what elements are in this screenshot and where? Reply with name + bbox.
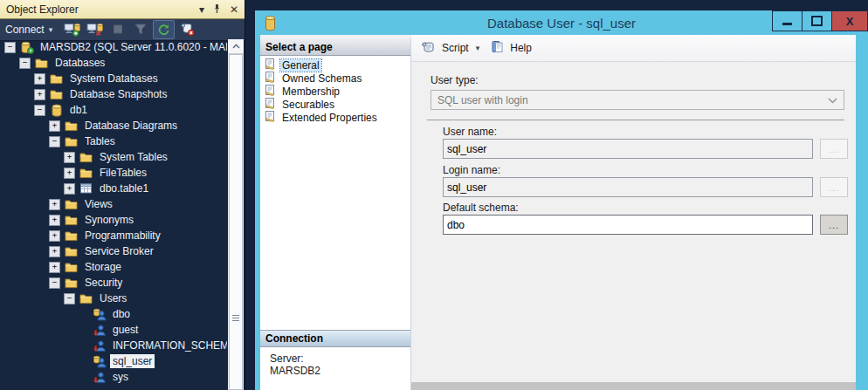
expand-expander-icon[interactable]: + bbox=[34, 89, 45, 100]
disconnect-database-button[interactable] bbox=[85, 20, 105, 38]
expand-expander-icon[interactable]: + bbox=[49, 199, 60, 210]
login-name-input[interactable] bbox=[443, 177, 813, 197]
script-chevron-icon[interactable]: ▾ bbox=[476, 44, 480, 52]
database-icon bbox=[264, 15, 277, 34]
tree-item-label: System Tables bbox=[97, 150, 170, 164]
collapse-expander-icon[interactable]: − bbox=[64, 293, 75, 304]
minimize-button[interactable] bbox=[772, 10, 802, 31]
tree-item-tables[interactable]: −Tables bbox=[1, 133, 227, 149]
expand-expander-icon[interactable]: + bbox=[34, 73, 45, 85]
object-explorer-toolbar-buttons bbox=[62, 20, 197, 39]
tree-item-system-databases[interactable]: +System Databases bbox=[1, 71, 227, 86]
close-panel-icon[interactable]: ✕ bbox=[230, 4, 238, 15]
select-a-page-header: Select a page bbox=[260, 38, 410, 56]
tree-item-filetables[interactable]: +FileTables bbox=[1, 165, 227, 181]
tree-item-label: guest bbox=[110, 323, 141, 337]
user-name-input[interactable] bbox=[443, 139, 813, 159]
script-button[interactable]: Script bbox=[442, 42, 469, 54]
tree-item-synonyms[interactable]: +Synonyms bbox=[1, 212, 227, 228]
expand-expander-icon[interactable]: + bbox=[49, 246, 60, 257]
default-schema-input[interactable] bbox=[443, 215, 813, 235]
dialog-titlebar[interactable]: Database User - sql_user X bbox=[255, 10, 868, 35]
connect-chevron-icon[interactable]: ▾ bbox=[49, 25, 53, 34]
select-a-page-list: GeneralOwned SchemasMembershipSecurables… bbox=[260, 56, 410, 124]
connect-database-button[interactable] bbox=[62, 20, 82, 38]
collapse-expander-icon[interactable]: − bbox=[49, 136, 60, 147]
tree-item-storage[interactable]: +Storage bbox=[1, 259, 227, 275]
main-form-area: Script ▾ Help User type: SQL user with l… bbox=[411, 35, 856, 390]
collapse-expander-icon[interactable]: − bbox=[4, 42, 16, 53]
collapse-expander-icon[interactable]: − bbox=[49, 277, 60, 289]
scripting-options-button[interactable] bbox=[177, 20, 197, 38]
tree-item-information-schema[interactable]: INFORMATION_SCHEMA bbox=[1, 338, 227, 353]
tree-item-sql-user[interactable]: sql_user bbox=[1, 353, 227, 369]
scroll-up-button[interactable] bbox=[228, 39, 244, 54]
tree-item-label: db1 bbox=[67, 103, 90, 117]
expand-expander-icon[interactable]: + bbox=[64, 183, 75, 195]
refresh-button[interactable] bbox=[153, 20, 175, 39]
userdisabled-icon bbox=[92, 323, 107, 337]
page-item-membership[interactable]: Membership bbox=[260, 85, 410, 98]
user-icon bbox=[92, 354, 107, 368]
tree-item-label: Views bbox=[82, 197, 115, 211]
page-item-label: General bbox=[280, 59, 321, 72]
user-name-browse-button: ... bbox=[820, 139, 848, 159]
expand-expander-icon[interactable]: + bbox=[64, 152, 75, 163]
tree-item-label: sql_user bbox=[110, 354, 155, 368]
default-schema-browse-button[interactable]: ... bbox=[820, 215, 848, 235]
tree-item-label: FileTables bbox=[97, 166, 149, 180]
page-item-securables[interactable]: Securables bbox=[260, 98, 410, 111]
tree-item-dbo-table1[interactable]: +dbo.table1 bbox=[1, 181, 227, 196]
user-type-label: User type: bbox=[431, 74, 479, 86]
pin-icon[interactable] bbox=[213, 3, 221, 16]
tree-item-label: Storage bbox=[82, 260, 124, 274]
tree-item-dbo[interactable]: dbo bbox=[1, 306, 227, 322]
table-icon bbox=[79, 181, 93, 195]
tree-item-label: Tables bbox=[82, 134, 118, 148]
page-item-owned-schemas[interactable]: Owned Schemas bbox=[260, 72, 410, 85]
page-item-label: Owned Schemas bbox=[280, 72, 363, 85]
tree-item-label: Database Diagrams bbox=[82, 119, 180, 133]
stop-button bbox=[107, 20, 127, 38]
expand-expander-icon[interactable]: + bbox=[49, 120, 60, 132]
expand-expander-icon[interactable]: + bbox=[49, 262, 60, 273]
expand-expander-icon[interactable]: + bbox=[64, 168, 75, 179]
tree-item-system-tables[interactable]: +System Tables bbox=[1, 149, 227, 165]
tree-item-db1[interactable]: −db1 bbox=[1, 102, 227, 118]
folder-icon bbox=[34, 56, 49, 70]
tree-item-security[interactable]: −Security bbox=[1, 275, 227, 291]
tree-item-marsdb2-sql-server-11-0-6020-marsd[interactable]: −MARSDB2 (SQL Server 11.0.6020 - MARSD bbox=[1, 39, 227, 55]
folder-icon bbox=[79, 166, 93, 180]
user-type-select: SQL user with login bbox=[431, 90, 844, 110]
tree-item-label: sys bbox=[110, 370, 131, 384]
tree-item-service-broker[interactable]: +Service Broker bbox=[1, 243, 227, 259]
scrollbar-grip-icon bbox=[232, 313, 239, 323]
page-item-general[interactable]: General bbox=[260, 58, 410, 72]
tree-item-users[interactable]: −Users bbox=[1, 291, 227, 306]
expand-expander-icon[interactable]: + bbox=[49, 215, 60, 226]
tree-item-programmability[interactable]: +Programmability bbox=[1, 228, 227, 243]
tree-item-database-snapshots[interactable]: +Database Snapshots bbox=[1, 86, 227, 102]
tree-item-database-diagrams[interactable]: +Database Diagrams bbox=[1, 118, 227, 133]
tree-item-label: Users bbox=[97, 291, 129, 305]
tree-item-databases[interactable]: −Databases bbox=[1, 55, 227, 71]
expand-expander-icon[interactable]: + bbox=[49, 230, 60, 242]
tree-item-label: Service Broker bbox=[82, 244, 156, 258]
window-position-chevron-icon[interactable]: ▾ bbox=[199, 4, 204, 15]
database-user-dialog: Database User - sql_user X Select a page… bbox=[255, 10, 868, 390]
help-button[interactable]: Help bbox=[510, 42, 532, 54]
user-type-value: SQL user with login bbox=[437, 94, 528, 106]
dialog-title: Database User - sql_user bbox=[487, 16, 636, 31]
tree-item-guest[interactable]: guest bbox=[1, 322, 227, 338]
tree-item-views[interactable]: +Views bbox=[1, 196, 227, 212]
page-item-extended-properties[interactable]: Extended Properties bbox=[260, 111, 410, 124]
maximize-button[interactable] bbox=[802, 10, 831, 31]
tree-scrollbar[interactable] bbox=[228, 39, 244, 390]
page-item-label: Membership bbox=[280, 86, 341, 98]
collapse-expander-icon[interactable]: − bbox=[34, 105, 45, 116]
connect-button[interactable]: Connect bbox=[5, 24, 45, 36]
scrollbar-thumb[interactable] bbox=[229, 54, 243, 390]
close-button[interactable]: X bbox=[831, 10, 868, 31]
collapse-expander-icon[interactable]: − bbox=[19, 58, 31, 69]
tree-item-sys[interactable]: sys bbox=[1, 369, 227, 385]
